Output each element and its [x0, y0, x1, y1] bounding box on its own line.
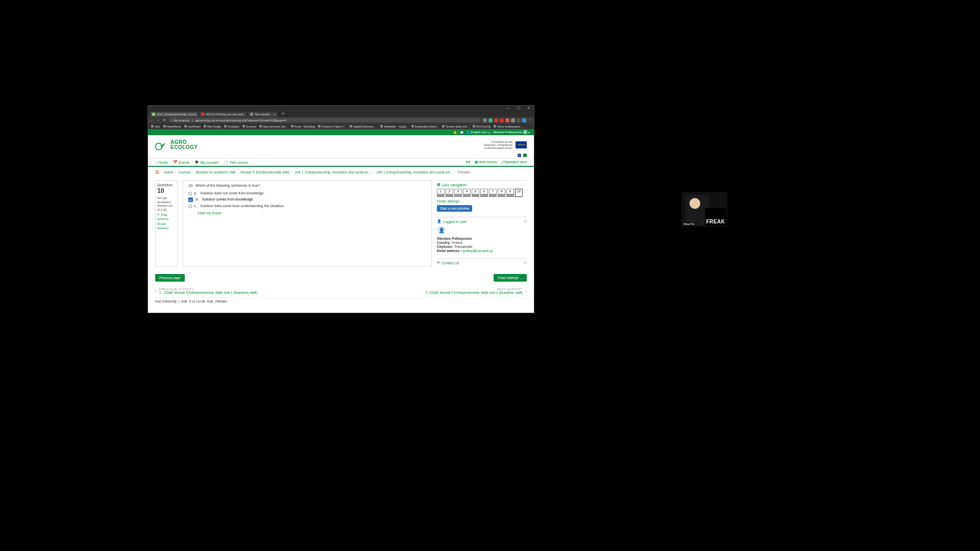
user-menu[interactable]: Nikolaos Politopoulos ▾	[493, 130, 530, 134]
collapse-icon[interactable]: ⊟	[524, 261, 527, 265]
option-radio[interactable]	[188, 192, 192, 195]
bookmark-item[interactable]: Sustainable Urbani…	[410, 125, 440, 128]
standard-view-link[interactable]: ⤢Standard view	[501, 160, 527, 164]
new-tab-button[interactable]: ＋	[279, 110, 287, 117]
language-switcher[interactable]: 🌐 English (en) ▾	[467, 131, 490, 134]
nav-reload-icon[interactable]: ⟳	[162, 118, 166, 122]
clear-choice-link[interactable]: Clear my choice	[198, 211, 427, 215]
bookmark-item[interactable]: Newsletter – Googl…	[379, 125, 409, 128]
window-close-icon[interactable]: ✕	[527, 106, 531, 110]
extension-icon[interactable]	[517, 118, 521, 122]
breadcrumb-item[interactable]: Home	[164, 170, 173, 174]
window-minimize-icon[interactable]: —	[506, 106, 510, 110]
browser-tab[interactable]: Νέα καρτέλα ✕	[248, 112, 278, 117]
bookmark-favicon-icon	[242, 125, 245, 128]
breadcrumb-item[interactable]: Module 5: Entrepreneurship skills	[240, 170, 289, 174]
extension-icon[interactable]	[511, 118, 515, 122]
window-maximize-icon[interactable]: ▢	[517, 106, 521, 110]
bookmark-item[interactable]: HearthStone	[162, 125, 182, 128]
nav-this-course[interactable]: 📄This course	[224, 160, 248, 164]
bookmark-label: Home - WooGang	[295, 125, 315, 128]
bookmark-item[interactable]: Applied Sciences | …	[349, 125, 378, 128]
extension-icon[interactable]	[483, 118, 487, 122]
bookmark-item[interactable]: LiveStream	[183, 125, 202, 128]
bookmark-item[interactable]: Inclusion in Sport | I…	[317, 125, 348, 128]
answer-option[interactable]: ▸b.Solution comes from knowledge.	[188, 196, 427, 203]
extension-icon[interactable]	[500, 118, 504, 122]
bookmark-item[interactable]: Συνταγές	[241, 125, 257, 128]
breadcrumb-item[interactable]: Modules for academic staff	[196, 170, 236, 174]
option-letter: c.	[194, 204, 198, 208]
settings-menu[interactable]: ⚙▾	[465, 160, 471, 164]
extension-icon[interactable]	[494, 118, 498, 122]
option-text: Solution does come from understanding th…	[200, 204, 284, 208]
breadcrumb-item[interactable]: Unit 1: Entrepreneurship, innovation and…	[295, 170, 371, 174]
quiz-nav-cell[interactable]: 9	[506, 189, 514, 197]
previous-page-button[interactable]: Previous page	[155, 274, 185, 282]
web-icon[interactable]	[523, 154, 527, 157]
collapse-icon[interactable]: ⊟	[524, 219, 527, 223]
home-icon[interactable]: 🏠	[155, 170, 159, 174]
finish-attempt-button[interactable]: Finish attempt …	[494, 274, 527, 282]
bookmark-item[interactable]: Tyumen State Univ…	[441, 125, 471, 128]
bookmark-item[interactable]: Jobs	[150, 125, 161, 128]
bookmark-item[interactable]: MOOConCE	[472, 125, 492, 128]
bookmark-item[interactable]: Αλλος εκδιδασκόμεν…	[493, 125, 524, 128]
nav-home[interactable]: ⌂Home	[155, 160, 168, 164]
extension-icon[interactable]	[522, 118, 526, 122]
start-new-preview-button[interactable]: Start a new preview	[437, 205, 472, 212]
flag-question-link[interactable]: 🏳 Flag question	[157, 213, 176, 221]
quiz-navigation-block: ▦Quiz navigation 12345678910 Finish atte…	[437, 180, 527, 212]
quiz-nav-cell[interactable]: 6	[480, 189, 488, 197]
bookmark-favicon-icon	[184, 125, 187, 128]
question-number: 10	[157, 187, 176, 195]
breadcrumb-item[interactable]: Unit 1 Entrepreneurship, innovation and …	[377, 170, 453, 174]
answer-option[interactable]: c.Solution does come from understanding …	[188, 203, 427, 209]
bookmark-item[interactable]: https://announc.cha…	[258, 125, 289, 128]
tab-favicon-icon	[152, 113, 155, 116]
question-prompt: 10. Which of the following sentences is …	[188, 184, 427, 187]
hide-blocks-link[interactable]: ▦Hide blocks	[475, 160, 497, 164]
nav-back-icon[interactable]: ←	[150, 118, 154, 122]
extension-icon[interactable]	[505, 118, 509, 122]
quiz-nav-cell[interactable]: 10	[515, 189, 523, 197]
quiz-nav-cell[interactable]: 5	[472, 189, 479, 197]
notifications-icon[interactable]: 🔔	[453, 131, 457, 134]
site-logo[interactable]: AGROECOLOGY	[154, 138, 198, 152]
browser-tab[interactable]: (43) 3.6 Finding your way arou… ✕	[199, 112, 247, 117]
bookmark-label: HearthStone	[167, 125, 181, 128]
breadcrumb-item[interactable]: Courses	[178, 170, 190, 174]
bookmark-item[interactable]: Home - WooGang	[290, 125, 316, 128]
bookmark-item[interactable]: Web Design	[203, 125, 222, 128]
quiz-nav-cell[interactable]: 4	[463, 189, 471, 197]
quiz-nav-cell[interactable]: 2	[446, 189, 453, 197]
browser-tab[interactable]: Unit 1 Entrepreneurship, innova… ✕	[150, 112, 198, 117]
email-value[interactable]: npolitop@csd.auth.gr	[461, 249, 493, 253]
edit-question-link[interactable]: ⚙ Edit question	[157, 222, 176, 230]
breadcrumb-separator-icon: ›	[175, 170, 176, 173]
url-input[interactable]: ⚠ Μη ασφαλής | agroecology-vle.eu/mod/qu…	[168, 118, 481, 122]
previous-activity-link[interactable]: ‹ PREVIOUS ACTIVITY 1 - CDAE Module 5 En…	[155, 288, 257, 294]
tab-close-icon[interactable]: ✕	[273, 113, 276, 116]
page-scroll[interactable]: 🔔 💬 🌐 English (en) ▾ Nikolaos Politopoul…	[148, 129, 534, 313]
quiz-nav-cell[interactable]: 1	[437, 189, 445, 197]
question-mark: Marked out of 1.00	[157, 204, 176, 212]
nav-my-courses[interactable]: 🎓My courses	[194, 160, 218, 164]
nav-events[interactable]: 📅Events	[173, 160, 189, 164]
finish-attempt-link[interactable]: Finish attempt …	[437, 199, 527, 203]
question-status: Not yet answered	[157, 196, 176, 204]
facebook-icon[interactable]	[518, 154, 521, 157]
block-title: Quiz navigation	[442, 183, 467, 187]
answer-option[interactable]: a.Solution does not come from knowledge.	[188, 190, 427, 196]
bookmark-item[interactable]: ZoneSpec	[223, 125, 240, 128]
quiz-nav-cell[interactable]: 7	[489, 189, 497, 197]
chevron-down-icon: ▾	[469, 160, 471, 164]
extension-icon[interactable]	[488, 118, 493, 122]
browser-menu-icon[interactable]: ⋮	[528, 118, 532, 122]
messages-icon[interactable]: 💬	[460, 131, 463, 134]
nav-forward-icon[interactable]: →	[156, 118, 160, 122]
quiz-nav-cell[interactable]: 3	[454, 189, 462, 197]
next-activity-link[interactable]: NEXT ACTIVITY 2 -CDAE Module 5 Entrepren…	[426, 288, 527, 294]
quiz-nav-cell[interactable]: 8	[498, 189, 505, 197]
option-radio[interactable]	[188, 205, 192, 208]
